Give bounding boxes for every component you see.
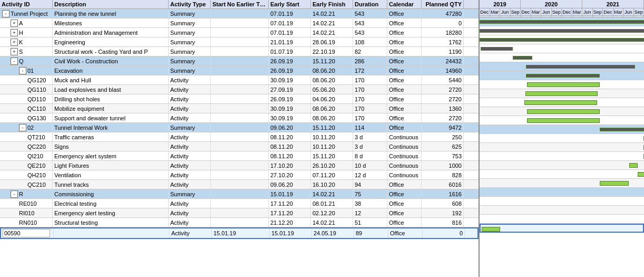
cell-early-finish: 15.11.20 <box>311 123 353 132</box>
cell-duration: 38 <box>353 199 387 208</box>
cell-activity-type: Activity <box>169 94 211 103</box>
table-row[interactable]: QH210VentilationActivity27.10.2007.11.20… <box>0 170 479 180</box>
table-row[interactable]: -02Tunnel Internal WorkSummary09.06.2015… <box>0 123 479 132</box>
cell-activity-id: QI210 <box>0 151 53 160</box>
table-row[interactable]: QG110Load explosives and blastActivity27… <box>0 85 479 94</box>
cell-activity-type: Activity <box>169 208 211 217</box>
table-row[interactable]: -QCivil Work - ConstructionSummary26.09.… <box>0 56 479 66</box>
gantt-row <box>480 107 644 116</box>
table-row[interactable]: QE210Light FixturesActivity17.10.2026.10… <box>0 161 479 170</box>
table-row[interactable]: -Tunnel ProjectPlanning the new tunnelSu… <box>0 9 479 18</box>
table-row[interactable]: RE010Electrical testingActivity17.11.200… <box>0 199 479 208</box>
cell-planned-qty: 47280 <box>422 9 464 18</box>
gantt-bar <box>600 128 644 131</box>
input-activity-id-cell <box>1 228 54 238</box>
cell-duration: 172 <box>353 66 387 75</box>
table-row[interactable]: QG130Support and dewater tunnelActivity3… <box>0 113 479 123</box>
table-row[interactable]: QC220SignsActivity08.11.2010.11.203 dCon… <box>0 142 479 151</box>
activity-id-text: RN010 <box>19 219 37 226</box>
cell-activity-type: Summary <box>169 66 211 75</box>
table-row[interactable]: +SStructural work - Casting Yard and PSu… <box>0 47 479 56</box>
gantt-bar <box>629 163 638 168</box>
gantt-years-row: 201920202021 <box>480 0 644 8</box>
gantt-row <box>480 188 644 197</box>
cell-start-no-earlier <box>211 123 269 132</box>
gantt-row <box>480 44 644 53</box>
table-row[interactable]: QG120Muck and HullActivity30.09.1908.06.… <box>0 75 479 85</box>
cell-early-start: 21.12.20 <box>269 218 311 227</box>
activity-id-text: QG110 <box>27 87 46 93</box>
cell-description: Emergency alert system <box>53 151 169 160</box>
cell-activity-type: Activity <box>169 132 211 141</box>
collapse-icon[interactable]: - <box>11 58 18 65</box>
table-row[interactable]: QC110Mobilize equipmentActivity30.09.190… <box>0 104 479 113</box>
cell-description: Mobilize equipment <box>53 104 169 113</box>
gantt-bar <box>527 109 600 114</box>
collapse-icon[interactable]: - <box>11 190 18 198</box>
expand-icon[interactable]: + <box>11 39 18 46</box>
header-activity-type: Activity Type <box>169 0 211 8</box>
expand-icon[interactable]: + <box>11 20 18 27</box>
table-row[interactable]: +HAdministration and ManagementSummary07… <box>0 28 479 37</box>
cell-activity-type: Summary <box>169 123 211 132</box>
cell-activity-type: Activity <box>169 85 211 94</box>
cell-calendar: Office <box>387 180 422 189</box>
cell-planned-qty: 1762 <box>422 37 464 46</box>
activity-id-input[interactable] <box>3 229 50 237</box>
cell-description: Ventilation <box>53 170 169 179</box>
input-row[interactable]: Activity15.01.1915.01.1924.05.1989Office… <box>0 227 479 239</box>
table-row[interactable]: RN010Structural testingActivity21.12.201… <box>0 218 479 227</box>
cell-calendar: Office <box>387 37 422 46</box>
table-row[interactable]: QT210Traffic camerasActivity08.11.2010.1… <box>0 132 479 142</box>
input-duration-cell: 89 <box>354 229 388 238</box>
cell-activity-id: QG130 <box>0 113 53 122</box>
table-row[interactable]: -RCommissioningSummary15.01.1914.02.2175… <box>0 189 479 199</box>
table-row[interactable]: -01ExcavationSummary26.09.1908.06.20172O… <box>0 66 479 75</box>
cell-start-no-earlier <box>211 47 269 56</box>
cell-calendar: Office <box>387 18 422 27</box>
header-early-finish: Early Finish <box>311 0 353 8</box>
cell-early-start: 27.09.19 <box>269 85 311 94</box>
gantt-input-row <box>480 224 644 233</box>
cell-early-start: 17.11.20 <box>269 199 311 208</box>
cell-description: Traffic cameras <box>53 132 169 141</box>
cell-duration: 170 <box>353 113 387 122</box>
cell-description: Load explosives and blast <box>53 85 169 94</box>
table-row[interactable]: +KEngineeringSummary21.01.1928.06.19108O… <box>0 37 479 47</box>
cell-calendar: Office <box>387 113 422 122</box>
table-row[interactable]: RI010Emergency alert testingActivity17.1… <box>0 208 479 218</box>
cell-start-no-earlier <box>211 75 269 84</box>
cell-start-no-earlier <box>211 170 269 179</box>
table-row[interactable]: QI210Emergency alert systemActivity08.11… <box>0 151 479 161</box>
collapse-icon[interactable]: - <box>19 124 26 131</box>
cell-early-finish: 08.06.20 <box>311 66 353 75</box>
activity-id-text: QD110 <box>27 96 46 102</box>
cell-activity-id: QT210 <box>0 132 53 141</box>
cell-planned-qty: 14960 <box>422 66 464 75</box>
cell-early-finish: 28.06.19 <box>311 37 353 46</box>
cell-planned-qty: 18280 <box>422 28 464 37</box>
collapse-icon[interactable]: - <box>19 67 26 74</box>
gantt-month-label: Jun <box>541 8 552 15</box>
gantt-row <box>480 179 644 188</box>
cell-duration: 12 d <box>353 170 387 179</box>
activity-id-text: RE010 <box>19 200 37 207</box>
gantt-bar <box>524 100 597 105</box>
expand-icon[interactable]: + <box>11 29 18 36</box>
expand-icon[interactable]: + <box>11 48 18 55</box>
cell-activity-type: Activity <box>169 199 211 208</box>
cell-description: Commissioning <box>53 189 169 198</box>
table-row[interactable]: +AMilestonesSummary07.01.1914.02.21543Of… <box>0 18 479 28</box>
cell-planned-qty: 0 <box>422 18 464 27</box>
cell-activity-id: QD110 <box>0 94 53 103</box>
cell-early-start: 07.01.19 <box>269 28 311 37</box>
activity-id-text: Q <box>19 58 24 64</box>
table-row[interactable]: QD110Drilling shot holesActivity26.09.19… <box>0 94 479 104</box>
table-row[interactable]: QC210Tunnel tracksActivity09.06.2016.10.… <box>0 180 479 189</box>
cell-description: Planning the new tunnel <box>53 9 169 18</box>
cell-early-finish: 15.11.20 <box>311 56 353 65</box>
gantt-row <box>480 35 644 44</box>
collapse-icon[interactable]: - <box>2 10 9 17</box>
cell-early-finish: 08.01.21 <box>311 199 353 208</box>
input-early-finish-cell: 24.05.19 <box>312 229 354 238</box>
